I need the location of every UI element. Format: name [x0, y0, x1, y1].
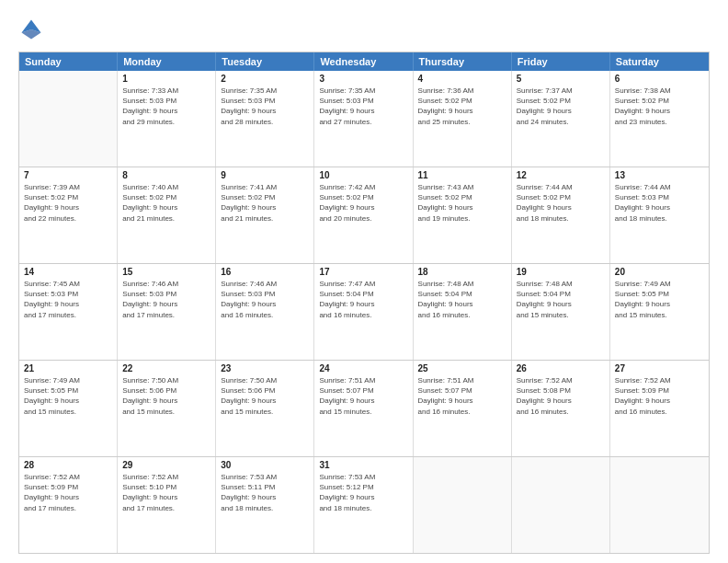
- day-number: 19: [517, 267, 605, 277]
- day-number: 23: [221, 363, 309, 373]
- day-detail: Sunrise: 7:52 AM Sunset: 5:08 PM Dayligh…: [517, 375, 605, 417]
- day-detail: Sunrise: 7:43 AM Sunset: 5:02 PM Dayligh…: [418, 182, 506, 224]
- calendar-cell-2-6: 12Sunrise: 7:44 AM Sunset: 5:02 PM Dayli…: [512, 167, 610, 263]
- day-number: 20: [615, 267, 704, 277]
- day-number: 28: [24, 460, 112, 470]
- calendar-cell-4-7: 27Sunrise: 7:52 AM Sunset: 5:09 PM Dayli…: [610, 361, 709, 456]
- logo: [18, 17, 48, 42]
- day-detail: Sunrise: 7:53 AM Sunset: 5:12 PM Dayligh…: [319, 472, 407, 513]
- calendar-cell-1-4: 3Sunrise: 7:35 AM Sunset: 5:03 PM Daylig…: [314, 71, 413, 167]
- day-number: 15: [122, 267, 210, 277]
- day-detail: Sunrise: 7:39 AM Sunset: 5:02 PM Dayligh…: [24, 182, 112, 224]
- day-detail: Sunrise: 7:48 AM Sunset: 5:04 PM Dayligh…: [517, 279, 605, 320]
- logo-icon: [18, 17, 44, 42]
- day-detail: Sunrise: 7:40 AM Sunset: 5:02 PM Dayligh…: [122, 182, 210, 224]
- calendar: SundayMondayTuesdayWednesdayThursdayFrid…: [18, 52, 710, 554]
- calendar-cell-5-6: [512, 457, 610, 553]
- calendar-cell-5-7: [610, 457, 709, 553]
- calendar-cell-1-7: 6Sunrise: 7:38 AM Sunset: 5:02 PM Daylig…: [610, 71, 709, 167]
- calendar-cell-1-5: 4Sunrise: 7:36 AM Sunset: 5:02 PM Daylig…: [414, 71, 512, 167]
- calendar-cell-4-6: 26Sunrise: 7:52 AM Sunset: 5:08 PM Dayli…: [512, 361, 610, 456]
- calendar-cell-5-3: 30Sunrise: 7:53 AM Sunset: 5:11 PM Dayli…: [216, 457, 314, 553]
- day-number: 2: [221, 74, 309, 84]
- header-day-friday: Friday: [512, 52, 610, 71]
- day-detail: Sunrise: 7:47 AM Sunset: 5:04 PM Dayligh…: [319, 279, 407, 320]
- day-detail: Sunrise: 7:37 AM Sunset: 5:02 PM Dayligh…: [517, 86, 605, 127]
- day-detail: Sunrise: 7:42 AM Sunset: 5:02 PM Dayligh…: [319, 182, 407, 224]
- calendar-cell-5-5: [414, 457, 512, 553]
- day-detail: Sunrise: 7:49 AM Sunset: 5:05 PM Dayligh…: [24, 375, 112, 417]
- calendar-cell-1-6: 5Sunrise: 7:37 AM Sunset: 5:02 PM Daylig…: [512, 71, 610, 167]
- day-detail: Sunrise: 7:53 AM Sunset: 5:11 PM Dayligh…: [221, 472, 309, 513]
- day-number: 31: [319, 460, 407, 470]
- calendar-cell-3-1: 14Sunrise: 7:45 AM Sunset: 5:03 PM Dayli…: [19, 264, 118, 360]
- day-detail: Sunrise: 7:51 AM Sunset: 5:07 PM Dayligh…: [319, 375, 407, 417]
- day-number: 7: [24, 170, 112, 180]
- calendar-cell-3-7: 20Sunrise: 7:49 AM Sunset: 5:05 PM Dayli…: [610, 264, 709, 360]
- day-number: 21: [24, 363, 112, 373]
- day-number: 29: [122, 460, 210, 470]
- day-number: 14: [24, 267, 112, 277]
- day-detail: Sunrise: 7:35 AM Sunset: 5:03 PM Dayligh…: [221, 86, 309, 127]
- calendar-cell-1-1: [19, 71, 118, 167]
- day-detail: Sunrise: 7:36 AM Sunset: 5:02 PM Dayligh…: [418, 86, 506, 127]
- day-number: 9: [221, 170, 309, 180]
- calendar-row-4: 21Sunrise: 7:49 AM Sunset: 5:05 PM Dayli…: [19, 360, 709, 456]
- day-detail: Sunrise: 7:38 AM Sunset: 5:02 PM Dayligh…: [615, 86, 704, 127]
- calendar-cell-2-5: 11Sunrise: 7:43 AM Sunset: 5:02 PM Dayli…: [414, 167, 512, 263]
- day-number: 22: [122, 363, 210, 373]
- calendar-cell-3-4: 17Sunrise: 7:47 AM Sunset: 5:04 PM Dayli…: [314, 264, 413, 360]
- day-detail: Sunrise: 7:50 AM Sunset: 5:06 PM Dayligh…: [221, 375, 309, 417]
- calendar-cell-2-7: 13Sunrise: 7:44 AM Sunset: 5:03 PM Dayli…: [610, 167, 709, 263]
- day-detail: Sunrise: 7:46 AM Sunset: 5:03 PM Dayligh…: [122, 279, 210, 320]
- calendar-cell-3-3: 16Sunrise: 7:46 AM Sunset: 5:03 PM Dayli…: [216, 264, 314, 360]
- day-number: 10: [319, 170, 407, 180]
- day-number: 13: [615, 170, 704, 180]
- calendar-row-5: 28Sunrise: 7:52 AM Sunset: 5:09 PM Dayli…: [19, 456, 709, 553]
- calendar-cell-5-2: 29Sunrise: 7:52 AM Sunset: 5:10 PM Dayli…: [118, 457, 216, 553]
- day-detail: Sunrise: 7:33 AM Sunset: 5:03 PM Dayligh…: [122, 86, 210, 127]
- day-number: 16: [221, 267, 309, 277]
- day-number: 24: [319, 363, 407, 373]
- calendar-cell-4-3: 23Sunrise: 7:50 AM Sunset: 5:06 PM Dayli…: [216, 361, 314, 456]
- calendar-cell-3-6: 19Sunrise: 7:48 AM Sunset: 5:04 PM Dayli…: [512, 264, 610, 360]
- header-day-saturday: Saturday: [610, 52, 709, 71]
- header: [18, 17, 710, 42]
- day-number: 26: [517, 363, 605, 373]
- day-number: 3: [319, 74, 407, 84]
- day-number: 11: [418, 170, 506, 180]
- calendar-cell-3-5: 18Sunrise: 7:48 AM Sunset: 5:04 PM Dayli…: [414, 264, 512, 360]
- calendar-cell-4-5: 25Sunrise: 7:51 AM Sunset: 5:07 PM Dayli…: [414, 361, 512, 456]
- page: SundayMondayTuesdayWednesdayThursdayFrid…: [0, 0, 728, 563]
- calendar-cell-2-4: 10Sunrise: 7:42 AM Sunset: 5:02 PM Dayli…: [314, 167, 413, 263]
- day-detail: Sunrise: 7:41 AM Sunset: 5:02 PM Dayligh…: [221, 182, 309, 224]
- day-detail: Sunrise: 7:44 AM Sunset: 5:03 PM Dayligh…: [615, 182, 704, 224]
- calendar-cell-2-2: 8Sunrise: 7:40 AM Sunset: 5:02 PM Daylig…: [118, 167, 216, 263]
- day-number: 5: [517, 74, 605, 84]
- calendar-cell-4-4: 24Sunrise: 7:51 AM Sunset: 5:07 PM Dayli…: [314, 361, 413, 456]
- day-number: 1: [122, 74, 210, 84]
- calendar-header: SundayMondayTuesdayWednesdayThursdayFrid…: [19, 52, 709, 71]
- day-number: 8: [122, 170, 210, 180]
- header-day-tuesday: Tuesday: [216, 52, 314, 71]
- day-number: 6: [615, 74, 704, 84]
- day-detail: Sunrise: 7:50 AM Sunset: 5:06 PM Dayligh…: [122, 375, 210, 417]
- day-number: 18: [418, 267, 506, 277]
- header-day-monday: Monday: [118, 52, 216, 71]
- day-detail: Sunrise: 7:52 AM Sunset: 5:09 PM Dayligh…: [615, 375, 704, 417]
- day-detail: Sunrise: 7:49 AM Sunset: 5:05 PM Dayligh…: [615, 279, 704, 320]
- calendar-cell-2-3: 9Sunrise: 7:41 AM Sunset: 5:02 PM Daylig…: [216, 167, 314, 263]
- day-detail: Sunrise: 7:44 AM Sunset: 5:02 PM Dayligh…: [517, 182, 605, 224]
- calendar-cell-4-2: 22Sunrise: 7:50 AM Sunset: 5:06 PM Dayli…: [118, 361, 216, 456]
- calendar-row-3: 14Sunrise: 7:45 AM Sunset: 5:03 PM Dayli…: [19, 263, 709, 360]
- calendar-row-2: 7Sunrise: 7:39 AM Sunset: 5:02 PM Daylig…: [19, 167, 709, 263]
- day-detail: Sunrise: 7:52 AM Sunset: 5:10 PM Dayligh…: [122, 472, 210, 513]
- day-detail: Sunrise: 7:48 AM Sunset: 5:04 PM Dayligh…: [418, 279, 506, 320]
- day-detail: Sunrise: 7:52 AM Sunset: 5:09 PM Dayligh…: [24, 472, 112, 513]
- day-number: 27: [615, 363, 704, 373]
- day-detail: Sunrise: 7:35 AM Sunset: 5:03 PM Dayligh…: [319, 86, 407, 127]
- calendar-cell-3-2: 15Sunrise: 7:46 AM Sunset: 5:03 PM Dayli…: [118, 264, 216, 360]
- header-day-sunday: Sunday: [19, 52, 118, 71]
- day-detail: Sunrise: 7:46 AM Sunset: 5:03 PM Dayligh…: [221, 279, 309, 320]
- header-day-wednesday: Wednesday: [314, 52, 413, 71]
